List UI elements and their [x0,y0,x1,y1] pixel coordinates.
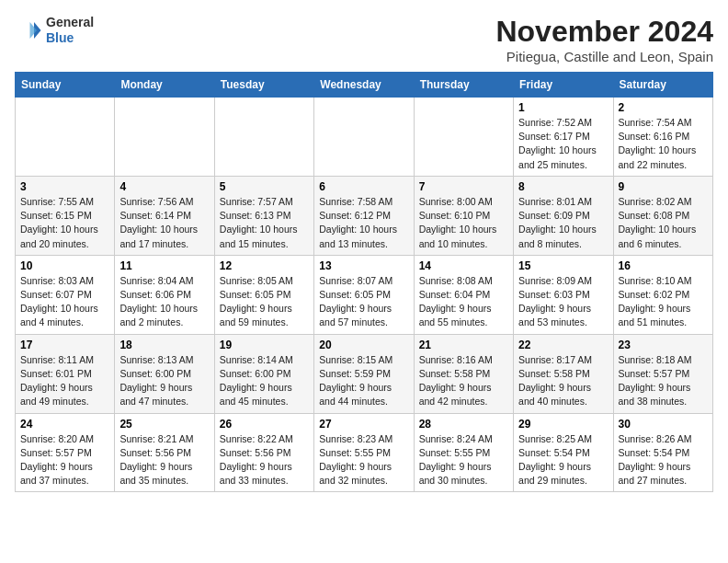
day-info: Sunrise: 8:20 AM Sunset: 5:57 PM Dayligh… [20,432,109,488]
day-cell: 16Sunrise: 8:10 AM Sunset: 6:02 PM Dayli… [613,255,712,334]
day-cell: 25Sunrise: 8:21 AM Sunset: 5:56 PM Dayli… [115,413,214,492]
day-number: 22 [518,339,608,351]
day-info: Sunrise: 8:08 AM Sunset: 6:04 PM Dayligh… [419,274,508,330]
day-cell: 27Sunrise: 8:23 AM Sunset: 5:55 PM Dayli… [314,413,414,492]
day-header-thursday: Thursday [414,73,513,98]
day-cell [115,98,214,177]
day-header-monday: Monday [115,73,214,98]
day-number: 3 [20,180,109,193]
day-number: 30 [619,418,708,431]
day-number: 24 [20,418,109,431]
day-number: 29 [518,418,608,431]
day-number: 19 [220,339,309,351]
week-row-3: 10Sunrise: 8:03 AM Sunset: 6:07 PM Dayli… [16,255,713,334]
day-cell: 17Sunrise: 8:11 AM Sunset: 6:01 PM Dayli… [16,334,115,413]
day-info: Sunrise: 8:05 AM Sunset: 6:05 PM Dayligh… [220,274,309,330]
day-number: 12 [220,259,309,272]
day-number: 8 [518,180,608,193]
day-info: Sunrise: 8:07 AM Sunset: 6:05 PM Dayligh… [319,274,408,330]
title-area: November 2024 Pitiegua, Castille and Leo… [495,15,713,64]
day-info: Sunrise: 8:16 AM Sunset: 5:58 PM Dayligh… [419,353,508,409]
day-cell: 24Sunrise: 8:20 AM Sunset: 5:57 PM Dayli… [16,413,115,492]
day-number: 28 [419,418,508,431]
day-cell: 21Sunrise: 8:16 AM Sunset: 5:58 PM Dayli… [414,334,513,413]
day-info: Sunrise: 8:09 AM Sunset: 6:03 PM Dayligh… [518,274,608,330]
day-cell: 20Sunrise: 8:15 AM Sunset: 5:59 PM Dayli… [314,334,414,413]
day-cell: 10Sunrise: 8:03 AM Sunset: 6:07 PM Dayli… [16,255,115,334]
day-cell: 14Sunrise: 8:08 AM Sunset: 6:04 PM Dayli… [414,255,513,334]
day-cell: 29Sunrise: 8:25 AM Sunset: 5:54 PM Dayli… [514,413,613,492]
day-info: Sunrise: 7:58 AM Sunset: 6:12 PM Dayligh… [319,195,408,251]
logo-icon [15,17,42,44]
day-header-friday: Friday [514,73,613,98]
day-info: Sunrise: 8:18 AM Sunset: 5:57 PM Dayligh… [619,353,708,409]
day-info: Sunrise: 8:24 AM Sunset: 5:55 PM Dayligh… [419,432,508,488]
day-info: Sunrise: 7:52 AM Sunset: 6:17 PM Dayligh… [518,116,608,172]
day-cell: 5Sunrise: 7:57 AM Sunset: 6:13 PM Daylig… [214,176,313,255]
day-cell [16,98,115,177]
day-info: Sunrise: 7:54 AM Sunset: 6:16 PM Dayligh… [619,116,708,172]
day-header-sunday: Sunday [16,73,115,98]
day-number: 4 [119,180,209,193]
header: General Blue November 2024 Pitiegua, Cas… [15,15,713,64]
day-number: 9 [619,180,708,193]
day-info: Sunrise: 7:56 AM Sunset: 6:14 PM Dayligh… [119,195,209,251]
day-cell: 19Sunrise: 8:14 AM Sunset: 6:00 PM Dayli… [214,334,313,413]
logo-text: General Blue [46,15,94,46]
day-info: Sunrise: 8:15 AM Sunset: 5:59 PM Dayligh… [319,353,408,409]
day-info: Sunrise: 7:57 AM Sunset: 6:13 PM Dayligh… [220,195,309,251]
day-number: 26 [220,418,309,431]
day-number: 17 [20,339,109,351]
day-cell: 2Sunrise: 7:54 AM Sunset: 6:16 PM Daylig… [613,98,712,177]
day-cell [414,98,513,177]
day-info: Sunrise: 8:26 AM Sunset: 5:54 PM Dayligh… [619,432,708,488]
day-cell: 22Sunrise: 8:17 AM Sunset: 5:58 PM Dayli… [514,334,613,413]
day-cell: 8Sunrise: 8:01 AM Sunset: 6:09 PM Daylig… [514,176,613,255]
days-header-row: SundayMondayTuesdayWednesdayThursdayFrid… [16,73,713,98]
day-info: Sunrise: 8:21 AM Sunset: 5:56 PM Dayligh… [119,432,209,488]
week-row-1: 1Sunrise: 7:52 AM Sunset: 6:17 PM Daylig… [16,98,713,177]
day-cell: 11Sunrise: 8:04 AM Sunset: 6:06 PM Dayli… [115,255,214,334]
day-info: Sunrise: 8:04 AM Sunset: 6:06 PM Dayligh… [119,274,209,330]
day-cell: 3Sunrise: 7:55 AM Sunset: 6:15 PM Daylig… [16,176,115,255]
day-info: Sunrise: 8:25 AM Sunset: 5:54 PM Dayligh… [518,432,608,488]
day-number: 1 [518,101,608,114]
day-info: Sunrise: 8:13 AM Sunset: 6:00 PM Dayligh… [119,353,209,409]
logo: General Blue [15,15,94,46]
day-info: Sunrise: 8:00 AM Sunset: 6:10 PM Dayligh… [419,195,508,251]
month-title: November 2024 [495,15,713,49]
week-row-2: 3Sunrise: 7:55 AM Sunset: 6:15 PM Daylig… [16,176,713,255]
day-number: 15 [518,259,608,272]
day-cell: 1Sunrise: 7:52 AM Sunset: 6:17 PM Daylig… [514,98,613,177]
day-info: Sunrise: 8:10 AM Sunset: 6:02 PM Dayligh… [619,274,708,330]
day-info: Sunrise: 8:17 AM Sunset: 5:58 PM Dayligh… [518,353,608,409]
day-cell: 7Sunrise: 8:00 AM Sunset: 6:10 PM Daylig… [414,176,513,255]
day-info: Sunrise: 8:02 AM Sunset: 6:08 PM Dayligh… [619,195,708,251]
day-number: 7 [419,180,508,193]
week-row-4: 17Sunrise: 8:11 AM Sunset: 6:01 PM Dayli… [16,334,713,413]
day-cell: 28Sunrise: 8:24 AM Sunset: 5:55 PM Dayli… [414,413,513,492]
day-cell: 23Sunrise: 8:18 AM Sunset: 5:57 PM Dayli… [613,334,712,413]
day-cell: 30Sunrise: 8:26 AM Sunset: 5:54 PM Dayli… [613,413,712,492]
day-cell [314,98,414,177]
day-info: Sunrise: 8:01 AM Sunset: 6:09 PM Dayligh… [518,195,608,251]
day-cell: 18Sunrise: 8:13 AM Sunset: 6:00 PM Dayli… [115,334,214,413]
day-number: 23 [619,339,708,351]
day-cell [214,98,313,177]
day-info: Sunrise: 8:22 AM Sunset: 5:56 PM Dayligh… [220,432,309,488]
week-row-5: 24Sunrise: 8:20 AM Sunset: 5:57 PM Dayli… [16,413,713,492]
day-header-saturday: Saturday [613,73,712,98]
day-cell: 26Sunrise: 8:22 AM Sunset: 5:56 PM Dayli… [214,413,313,492]
day-cell: 4Sunrise: 7:56 AM Sunset: 6:14 PM Daylig… [115,176,214,255]
day-number: 10 [20,259,109,272]
logo-blue: Blue [46,30,74,45]
day-info: Sunrise: 8:14 AM Sunset: 6:00 PM Dayligh… [220,353,309,409]
day-info: Sunrise: 8:03 AM Sunset: 6:07 PM Dayligh… [20,274,109,330]
day-number: 11 [119,259,209,272]
day-number: 18 [119,339,209,351]
day-header-tuesday: Tuesday [214,73,313,98]
day-cell: 12Sunrise: 8:05 AM Sunset: 6:05 PM Dayli… [214,255,313,334]
day-number: 21 [419,339,508,351]
day-info: Sunrise: 8:23 AM Sunset: 5:55 PM Dayligh… [319,432,408,488]
day-cell: 6Sunrise: 7:58 AM Sunset: 6:12 PM Daylig… [314,176,414,255]
